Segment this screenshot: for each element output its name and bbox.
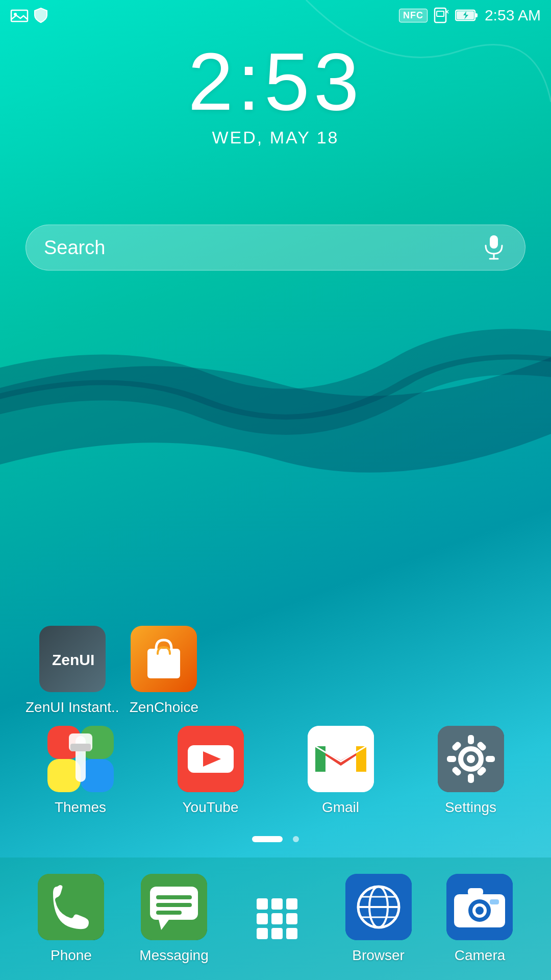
svg-rect-66 xyxy=(468,888,483,896)
messaging-label: Messaging xyxy=(139,947,208,964)
dock-messaging[interactable]: Messaging xyxy=(139,874,208,964)
app-zenchoice[interactable]: ZenChoice xyxy=(130,626,198,716)
browser-label: Browser xyxy=(352,947,405,964)
svg-rect-33 xyxy=(447,756,456,762)
svg-rect-0 xyxy=(11,10,28,21)
svg-rect-39 xyxy=(38,874,104,940)
svg-rect-51 xyxy=(286,913,297,924)
themes-label: Themes xyxy=(55,799,106,816)
apps-row-1: ZenUI ZenUI Instant.. ZenChoice xyxy=(0,626,551,716)
clock-time: 2:53 xyxy=(188,41,363,122)
page-indicator-inactive xyxy=(293,836,299,842)
app-settings[interactable]: Settings xyxy=(438,726,504,816)
dock-apps-drawer[interactable] xyxy=(244,886,310,952)
dock-phone[interactable]: Phone xyxy=(38,874,104,964)
app-zenui-instant[interactable]: ZenUI ZenUI Instant.. xyxy=(26,626,119,716)
dock-browser[interactable]: Browser xyxy=(345,874,412,964)
dock-camera[interactable]: Camera xyxy=(446,874,513,964)
svg-rect-67 xyxy=(490,899,499,904)
zenui-instant-icon: ZenUI xyxy=(39,626,106,692)
zenchoice-icon xyxy=(131,626,197,692)
svg-rect-45 xyxy=(156,911,182,915)
svg-rect-49 xyxy=(257,913,268,924)
svg-rect-3 xyxy=(437,11,444,16)
browser-icon xyxy=(345,874,412,940)
status-left-icons xyxy=(10,7,48,23)
app-youtube[interactable]: YouTube xyxy=(178,726,244,816)
svg-rect-54 xyxy=(286,928,297,939)
youtube-label: YouTube xyxy=(182,799,238,816)
microphone-icon[interactable] xyxy=(481,234,507,261)
svg-point-65 xyxy=(475,906,484,915)
svg-text:ZenUI: ZenUI xyxy=(52,651,94,668)
status-bar: NFC × 2:53 AM xyxy=(0,0,551,31)
messaging-icon xyxy=(141,874,207,940)
svg-rect-43 xyxy=(156,895,192,899)
themes-icon xyxy=(47,726,114,792)
svg-rect-47 xyxy=(271,898,283,910)
svg-rect-48 xyxy=(286,898,297,910)
zenchoice-label: ZenChoice xyxy=(130,699,198,716)
phone-icon xyxy=(38,874,104,940)
svg-rect-7 xyxy=(475,13,478,17)
svg-rect-44 xyxy=(156,903,192,907)
nfc-badge: NFC xyxy=(399,9,428,22)
svg-rect-34 xyxy=(486,756,495,762)
svg-rect-21 xyxy=(70,744,91,751)
svg-rect-53 xyxy=(271,928,283,939)
status-time: 2:53 AM xyxy=(485,7,541,24)
zenui-instant-label: ZenUI Instant.. xyxy=(26,699,119,716)
svg-rect-32 xyxy=(468,774,474,783)
gallery-icon xyxy=(10,8,29,22)
page-indicator-active xyxy=(252,836,283,842)
apps-grid-icon xyxy=(244,886,310,952)
battery-icon xyxy=(455,9,479,22)
search-placeholder: Search xyxy=(44,237,481,259)
settings-label: Settings xyxy=(445,799,496,816)
youtube-icon xyxy=(178,726,244,792)
status-right-icons: NFC × 2:53 AM xyxy=(399,7,541,24)
app-themes[interactable]: Themes xyxy=(47,726,114,816)
search-bar[interactable]: Search xyxy=(26,225,525,271)
camera-icon xyxy=(446,874,513,940)
apps-row-2: Themes YouTube xyxy=(0,726,551,816)
app-gmail[interactable]: Gmail xyxy=(308,726,374,816)
gmail-label: Gmail xyxy=(322,799,359,816)
clock-date: WED, MAY 18 xyxy=(212,128,339,148)
svg-rect-50 xyxy=(271,913,283,924)
page-indicators xyxy=(0,836,551,842)
svg-rect-52 xyxy=(257,928,268,939)
home-apps: ZenUI ZenUI Instant.. ZenChoice xyxy=(0,626,551,857)
shield-icon xyxy=(34,7,48,23)
clock-container: 2:53 WED, MAY 18 xyxy=(0,41,551,148)
svg-point-30 xyxy=(467,755,475,763)
gmail-icon xyxy=(308,726,374,792)
svg-rect-46 xyxy=(257,898,268,910)
dock: Phone Messaging xyxy=(0,857,551,980)
svg-rect-8 xyxy=(490,235,498,249)
sim-icon: × xyxy=(434,7,449,23)
svg-rect-31 xyxy=(468,735,474,744)
phone-label: Phone xyxy=(51,947,92,964)
svg-text:×: × xyxy=(445,8,449,16)
svg-rect-12 xyxy=(147,649,180,678)
settings-icon xyxy=(438,726,504,792)
camera-label: Camera xyxy=(455,947,506,964)
